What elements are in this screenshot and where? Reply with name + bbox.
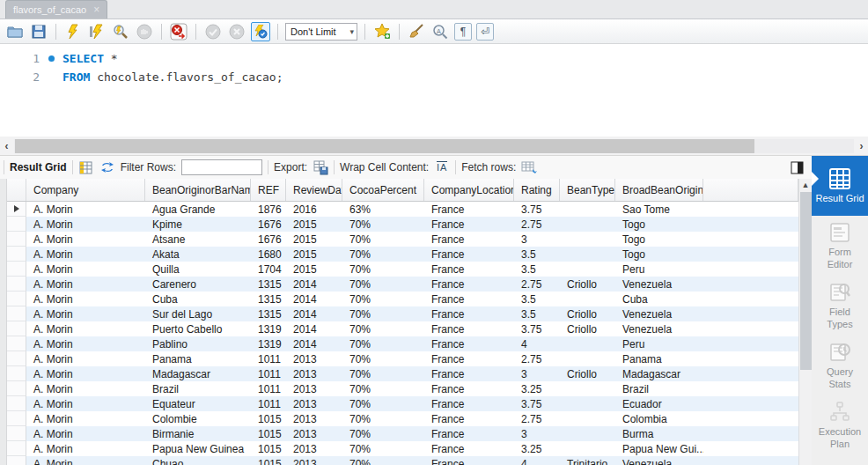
cell-company[interactable]: A. Morin <box>26 426 145 441</box>
cell-cocoa-percent[interactable]: 70% <box>342 381 424 396</box>
cell-company-location[interactable]: France <box>424 262 514 277</box>
cell-broad-bean-origin[interactable]: Madagascar <box>615 366 703 381</box>
table-row[interactable]: A. Morin Papua New Guinea 1015 2013 70% … <box>7 441 798 456</box>
cell-company[interactable]: A. Morin <box>26 441 145 456</box>
scroll-left-icon[interactable]: ‹ <box>0 140 13 152</box>
sql-line-2[interactable]: 2 FROM chocolate.flavors_of_cacao; <box>0 68 868 86</box>
cell-broad-bean-origin[interactable]: Venezuela <box>615 456 703 465</box>
cell-review-date[interactable]: 2013 <box>286 351 342 366</box>
vscroll-thumb[interactable] <box>800 192 812 370</box>
scroll-up-icon[interactable]: ▲ <box>802 179 810 192</box>
cell-company-location[interactable]: France <box>424 217 514 232</box>
cell-company[interactable]: A. Morin <box>26 247 145 262</box>
cell-company[interactable]: A. Morin <box>26 292 145 306</box>
row-selector[interactable] <box>7 381 26 396</box>
column-header-company[interactable]: Company <box>26 179 145 201</box>
row-selector[interactable] <box>7 306 26 321</box>
cell-company-location[interactable]: France <box>424 351 514 366</box>
cell-ref[interactable]: 1676 <box>251 217 286 232</box>
cell-bean-type[interactable] <box>560 336 615 351</box>
cell-bean-type[interactable]: Trinitario <box>560 456 615 465</box>
cell-rating[interactable]: 3.75 <box>514 202 560 217</box>
cell-bean-type[interactable] <box>560 292 615 306</box>
cell-rating[interactable]: 3.75 <box>514 321 560 336</box>
cell-broad-bean-origin[interactable]: Venezuela <box>615 321 703 336</box>
open-file-button[interactable] <box>5 22 25 41</box>
column-header-review-date[interactable]: ReviewDate <box>286 179 342 201</box>
column-header-broad-bean-origin[interactable]: BroadBeanOrigin <box>615 179 703 201</box>
row-selector[interactable] <box>7 277 26 292</box>
cell-broad-bean-origin[interactable]: Cuba <box>615 292 703 306</box>
table-row[interactable]: A. Morin Agua Grande 1876 2016 63% Franc… <box>7 202 798 217</box>
execute-statement-button[interactable] <box>87 22 107 41</box>
row-selector[interactable] <box>7 202 26 217</box>
sql-editor[interactable]: 1 SELECT * 2 FROM chocolate.flavors_of_c… <box>0 44 868 137</box>
cell-review-date[interactable]: 2015 <box>286 247 342 262</box>
cell-company-location[interactable]: France <box>424 441 514 456</box>
row-selector[interactable] <box>7 336 26 351</box>
cell-bean-type[interactable] <box>560 232 615 247</box>
cell-review-date[interactable]: 2016 <box>286 202 342 217</box>
beautify-sql-button[interactable] <box>407 22 426 41</box>
cell-bean-type[interactable] <box>560 396 615 411</box>
cell-company-location[interactable]: France <box>424 456 514 465</box>
cell-bean-type[interactable]: Criollo <box>560 366 615 381</box>
cell-cocoa-percent[interactable]: 70% <box>342 306 424 321</box>
cell-company-location[interactable]: France <box>424 366 514 381</box>
cell-bean-type[interactable] <box>560 217 615 232</box>
editor-horizontal-scrollbar[interactable]: ‹ › <box>0 137 868 156</box>
cell-review-date[interactable]: 2013 <box>286 411 342 426</box>
cell-bean-type[interactable]: Criollo <box>560 321 615 336</box>
cell-cocoa-percent[interactable]: 70% <box>342 232 424 247</box>
cell-review-date[interactable]: 2015 <box>286 262 342 277</box>
cell-cocoa-percent[interactable]: 70% <box>342 351 424 366</box>
cell-ref[interactable]: 1015 <box>251 426 286 441</box>
cell-bean-type[interactable] <box>560 262 615 277</box>
row-selector[interactable] <box>7 456 26 465</box>
cell-review-date[interactable]: 2014 <box>286 336 342 351</box>
tab-flavors-of-cacao[interactable]: flavors_of_cacao × <box>5 0 107 18</box>
cell-broad-bean-origin[interactable]: Venezuela <box>615 277 703 292</box>
cell-cocoa-percent[interactable]: 70% <box>342 441 424 456</box>
cell-bean-origin[interactable]: Panama <box>145 351 251 366</box>
cell-rating[interactable]: 2.75 <box>514 277 560 292</box>
toggle-word-wrap-button[interactable]: ⏎ <box>476 23 494 41</box>
cell-bean-origin[interactable]: Equateur <box>145 396 251 411</box>
cell-company-location[interactable]: France <box>424 247 514 262</box>
cell-review-date[interactable]: 2014 <box>286 306 342 321</box>
sidebar-item-query-stats[interactable]: Query Stats <box>812 336 868 395</box>
tab-close-icon[interactable]: × <box>93 4 99 15</box>
row-selector[interactable] <box>7 262 26 277</box>
toggle-sidebar-panel-button[interactable] <box>789 159 805 175</box>
cell-cocoa-percent[interactable]: 63% <box>342 202 424 217</box>
column-header-bean-origin[interactable]: BeanOriginorBarName <box>145 179 251 201</box>
cell-rating[interactable]: 3 <box>514 366 560 381</box>
toggle-invisible-chars-button[interactable]: ¶ <box>454 23 472 41</box>
cell-rating[interactable]: 3.5 <box>514 247 560 262</box>
cell-bean-origin[interactable]: Quilla <box>145 262 251 277</box>
cell-bean-type[interactable] <box>560 426 615 441</box>
cell-broad-bean-origin[interactable]: Peru <box>615 336 703 351</box>
cell-review-date[interactable]: 2013 <box>286 456 342 465</box>
refresh-button[interactable] <box>99 159 115 175</box>
column-header-bean-type[interactable]: BeanType <box>560 179 615 201</box>
execute-query-button[interactable] <box>63 22 83 41</box>
cell-company[interactable]: A. Morin <box>26 381 145 396</box>
cell-bean-type[interactable] <box>560 351 615 366</box>
scroll-right-icon[interactable]: › <box>855 140 868 152</box>
cell-ref[interactable]: 1876 <box>251 202 286 217</box>
cell-bean-type[interactable] <box>560 202 615 217</box>
cell-company-location[interactable]: France <box>424 396 514 411</box>
cell-bean-type[interactable]: Criollo <box>560 277 615 292</box>
cell-review-date[interactable]: 2013 <box>286 396 342 411</box>
cell-company-location[interactable]: France <box>424 277 514 292</box>
row-selector[interactable] <box>7 441 26 456</box>
cell-company[interactable]: A. Morin <box>26 456 145 465</box>
sidebar-item-execution-plan[interactable]: Execution Plan <box>812 395 868 455</box>
export-button[interactable] <box>313 159 328 175</box>
cell-ref[interactable]: 1315 <box>251 292 286 306</box>
table-row[interactable]: A. Morin Panama 1011 2013 70% France 2.7… <box>7 351 798 366</box>
wrap-cell-content-toggle[interactable]: IA <box>434 159 450 175</box>
filter-rows-input[interactable] <box>181 159 262 175</box>
cell-rating[interactable]: 2.75 <box>514 351 560 366</box>
